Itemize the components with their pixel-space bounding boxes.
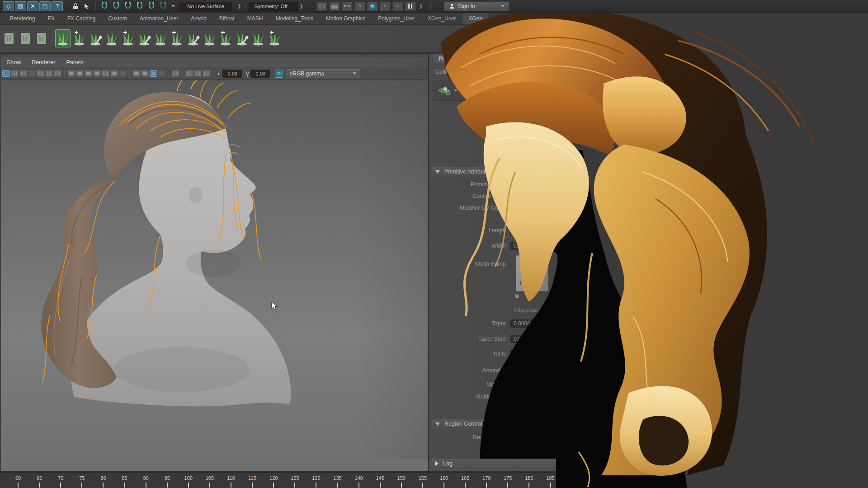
length-field[interactable]: 1.0000 <box>510 226 549 235</box>
part-brush-icon[interactable] <box>250 29 266 47</box>
frame-tick[interactable] <box>550 483 551 488</box>
pause-icon[interactable] <box>405 2 416 11</box>
uniform-cvs-row[interactable]: ✓ Unif <box>510 216 529 222</box>
frame-tick[interactable] <box>273 483 274 488</box>
cursor-select-icon[interactable] <box>81 1 92 11</box>
tab-primitives[interactable]: Primitives <box>433 54 470 63</box>
shelf-tab-fx-caching[interactable]: FX Caching <box>62 13 101 24</box>
frame-tick[interactable] <box>422 483 423 488</box>
frame-tick[interactable] <box>401 483 402 488</box>
shelf-tab-custom[interactable]: Custom <box>103 13 132 24</box>
resolution-gate-icon[interactable] <box>19 70 27 77</box>
light-editor-icon[interactable]: ✂ <box>392 2 403 11</box>
option-row[interactable]: Con <box>510 142 529 149</box>
xgen-description-editor-icon[interactable] <box>1 29 17 47</box>
noise-brush-icon[interactable] <box>234 29 250 47</box>
frame-tick[interactable] <box>209 483 210 488</box>
collapse-arrow-icon[interactable]: ❯ <box>237 4 241 9</box>
uniform-cvs-checkbox[interactable]: ✓ <box>510 216 516 221</box>
shelf-tab-yeti[interactable]: Yeti <box>490 13 509 24</box>
shelf-tab-fx[interactable]: FX <box>42 13 60 24</box>
width-ramp-widget[interactable]: R <box>516 255 548 291</box>
render-current-frame-icon[interactable] <box>329 2 340 11</box>
wireframe-icon[interactable] <box>67 70 75 77</box>
primitive-type-select[interactable]: Spl <box>510 180 574 188</box>
lock-icon[interactable] <box>70 1 81 11</box>
log-header[interactable]: Log <box>432 459 574 469</box>
rig-mode-icon[interactable]: ▦ <box>15 1 26 11</box>
primitive-attributes-header[interactable]: Primitive Attributes <box>432 167 574 177</box>
wire-on-shaded-icon[interactable] <box>93 70 101 77</box>
snap-point-icon[interactable] <box>123 1 133 11</box>
frame-tick[interactable] <box>316 483 316 488</box>
snap-view-plane-icon[interactable] <box>146 1 157 11</box>
motion-blur-icon[interactable] <box>141 70 149 77</box>
frame-tick[interactable] <box>39 483 40 488</box>
clump-brush-icon[interactable] <box>218 29 233 47</box>
collapse-arrow-icon[interactable]: ❯ <box>299 4 303 9</box>
isolate-select-icon[interactable] <box>172 70 179 77</box>
cut-tool-icon[interactable]: ✕ <box>27 1 38 11</box>
snap-curve-icon[interactable] <box>111 1 122 11</box>
make-live-icon[interactable] <box>158 1 169 11</box>
options-display-row[interactable]: ✓ Display <box>510 380 538 386</box>
primitive-display-caret-icon[interactable] <box>454 89 458 92</box>
shelf-tab-xgen-user[interactable]: XGen_User <box>422 13 462 24</box>
cut-brush-icon[interactable] <box>169 29 184 47</box>
hypershade-icon[interactable] <box>367 2 378 11</box>
shadows-icon[interactable] <box>119 70 127 77</box>
option-row[interactable] <box>510 120 519 125</box>
option-checkbox[interactable] <box>510 143 516 148</box>
menu-renderer[interactable]: Renderer <box>32 59 55 66</box>
tilt-n-slider[interactable] <box>556 351 576 352</box>
guide-display-caret-icon[interactable] <box>477 89 481 92</box>
frame-tick[interactable] <box>167 483 168 488</box>
collapse-arrow-icon[interactable]: ❯ <box>419 4 423 9</box>
place-guides-icon[interactable] <box>267 29 282 47</box>
width-slider[interactable] <box>556 243 576 244</box>
view-transform-select[interactable]: sRGB gamma <box>286 69 360 78</box>
lighting-icon[interactable] <box>110 70 118 77</box>
frame-tick[interactable] <box>231 483 231 488</box>
field-chart-icon[interactable] <box>37 70 44 77</box>
help-icon[interactable]: ? <box>52 1 63 11</box>
set-length-button[interactable]: Set Leng <box>510 405 560 414</box>
shelf-tab-mash[interactable]: MASH <box>242 13 269 24</box>
render-view-icon[interactable] <box>316 2 327 11</box>
taper-start-field[interactable]: 0.0000 <box>510 335 549 343</box>
region-control-header[interactable]: Region Control <box>432 419 574 429</box>
width-brush-icon[interactable] <box>202 29 217 47</box>
add-guide-icon[interactable] <box>71 29 87 47</box>
symmetry-field[interactable]: Symmetry: Off <box>249 2 298 11</box>
frame-tick[interactable] <box>60 483 61 488</box>
snapshot-icon[interactable] <box>185 70 193 77</box>
create-description-icon[interactable] <box>55 29 71 47</box>
selection-mask-icon[interactable]: ◇ <box>3 1 14 11</box>
shelf-tab-xgen[interactable]: XGen <box>463 13 488 24</box>
snap-projected-center-icon[interactable] <box>134 1 145 11</box>
groom-tool-icon[interactable] <box>88 29 103 47</box>
interpolation-select[interactable]: Linear <box>552 306 576 314</box>
ipr-render-icon[interactable]: IPR <box>342 2 353 11</box>
gate-mask-icon[interactable] <box>28 70 36 77</box>
shelf-tab-bifrost[interactable]: Bifrost <box>214 13 240 24</box>
xgen-export-patches-icon[interactable] <box>34 29 49 47</box>
modifier-cv-count-field[interactable]: 40 <box>510 204 549 212</box>
taper-start-slider[interactable] <box>556 336 576 337</box>
film-tool-icon[interactable]: ▤ <box>39 1 51 11</box>
anti-aliasing-icon[interactable] <box>150 70 157 77</box>
tab-preview-output[interactable]: Preview/Outp <box>474 54 519 63</box>
length-brush-icon[interactable] <box>153 29 168 47</box>
shelf-tab-rendering[interactable]: Rendering <box>5 13 40 24</box>
frame-tick[interactable] <box>465 483 466 488</box>
sculpt-guides-icon[interactable] <box>120 29 136 47</box>
width-field[interactable]: 0.1000 <box>510 242 549 250</box>
collection-name-field[interactable]: hair <box>469 68 572 76</box>
frame-tick[interactable] <box>486 483 487 488</box>
frame-tick[interactable] <box>380 483 381 488</box>
frame-tick[interactable] <box>294 483 295 488</box>
live-surface-field[interactable]: No Live Surface <box>179 2 232 11</box>
ramp-key-marker[interactable] <box>515 294 519 298</box>
create-button[interactable]: Create <box>510 153 537 162</box>
smooth-brush-icon[interactable] <box>185 29 201 47</box>
